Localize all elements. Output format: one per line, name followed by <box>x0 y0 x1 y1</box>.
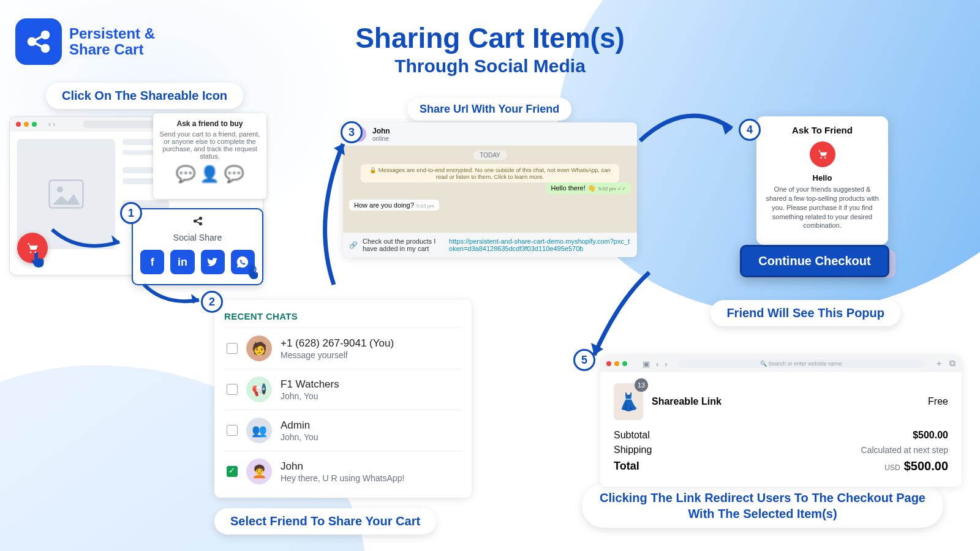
logo-text-1: Persistent & <box>69 26 155 42</box>
svg-line-12 <box>196 219 200 220</box>
popup-title: Ask To Friend <box>765 125 880 135</box>
caption-step-1: Click On The Shareable Icon <box>46 83 243 109</box>
twitter-icon[interactable] <box>201 250 225 274</box>
popup-hello: Hello <box>765 173 880 182</box>
share-icon <box>15 18 62 65</box>
recent-chats-title: RECENT CHATS <box>224 311 462 321</box>
chat-row[interactable]: 🧑 +1 (628) 267-9041 (You)Message yoursel… <box>224 328 462 369</box>
total-label: Total <box>614 460 639 473</box>
group-icon: 👥 <box>246 418 272 443</box>
shipping-label: Shipping <box>614 444 652 455</box>
title-sub: Through Social Media <box>355 56 625 77</box>
tabs-icon[interactable]: ⧉ <box>949 358 956 369</box>
caption-step-3: Share Url With Your Friend <box>407 98 571 121</box>
recent-chats-panel: RECENT CHATS 🧑 +1 (628) 267-9041 (You)Me… <box>214 300 472 498</box>
ask-friend-tooltip: Ask a friend to buy Send your cart to a … <box>153 113 266 199</box>
message-outgoing: Hello there! 👋5:02 pm ✓✓ <box>546 182 631 194</box>
svg-point-6 <box>57 187 63 193</box>
shipping-value: Calculated at next step <box>861 445 948 455</box>
popup-description: One of your friends suggested & shared a… <box>765 185 880 230</box>
product-price: Free <box>928 396 948 407</box>
svg-point-15 <box>820 157 822 159</box>
subtotal-value: $500.00 <box>913 430 948 441</box>
step-badge-2: 2 <box>201 291 223 313</box>
checkout-window: ▣‹› 🔍 Search or enter website name ＋⧉ 13… <box>600 355 962 487</box>
cart-icon <box>810 141 835 167</box>
avatar: 🧑‍🦱 <box>246 459 272 484</box>
new-tab-icon[interactable]: ＋ <box>935 358 943 369</box>
step-badge-1: 1 <box>120 202 142 224</box>
ask-friend-popup: Ask To Friend Hello One of your friends … <box>756 116 888 245</box>
checkbox[interactable] <box>227 384 238 395</box>
checkbox-checked[interactable] <box>227 466 238 477</box>
product-name: Shareable Link <box>652 396 722 407</box>
chat-row[interactable]: 👥 AdminJohn, You <box>224 410 462 451</box>
tooltip-title: Ask a friend to buy <box>159 119 260 128</box>
tooltip-desc: Send your cart to a friend, parent, or a… <box>159 130 260 160</box>
social-share-label: Social Share <box>140 233 255 242</box>
chat-status: online <box>372 135 390 142</box>
svg-line-3 <box>35 36 43 40</box>
product-thumbnail: 13 👗 <box>614 383 643 420</box>
svg-line-4 <box>35 43 43 47</box>
step-badge-4: 4 <box>739 119 761 141</box>
svg-line-13 <box>196 222 200 223</box>
continue-checkout-button[interactable]: Continue Checkout <box>740 245 889 277</box>
app-logo: Persistent & Share Cart <box>15 18 155 65</box>
quantity-badge: 13 <box>635 378 648 392</box>
share-url: https://persistent-and-share-cart-demo.m… <box>449 238 631 252</box>
caption-step-5: Clicking The Link Redirect Users To The … <box>582 484 943 528</box>
chat-date-badge: TODAY <box>473 151 507 160</box>
chat-input[interactable]: 🔗 Check out the products I have added in… <box>343 233 637 257</box>
chat-name: John <box>372 127 390 135</box>
chat-row[interactable]: 📢 F1 WatchersJohn, You <box>224 369 462 410</box>
chat-window: Johnonline TODAY 🔒 Messages are end-to-e… <box>343 122 637 257</box>
title-main: Sharing Cart Item(s) <box>355 21 625 54</box>
total-value: $500.00 <box>904 459 948 473</box>
caption-step-2: Select Friend To Share Your Cart <box>214 508 436 534</box>
arrow-icon <box>309 135 358 288</box>
chat-row[interactable]: 🧑‍🦱 JohnHey there, U R using WhatsApp! <box>224 451 462 492</box>
page-title: Sharing Cart Item(s) Through Social Medi… <box>355 21 625 77</box>
checkbox[interactable] <box>227 425 238 436</box>
message-incoming: How are you doing?5:03 pm <box>349 200 439 211</box>
megaphone-icon: 📢 <box>246 377 272 402</box>
pointer-hand-icon <box>29 251 47 272</box>
arrow-icon <box>141 282 208 312</box>
share-node-icon <box>140 216 255 229</box>
arrow-icon <box>637 104 741 153</box>
back-icon: ‹ <box>656 359 658 369</box>
avatar: 🧑 <box>246 335 272 361</box>
pointer-hand-icon-2 <box>244 264 261 285</box>
linkedin-icon[interactable]: in <box>170 250 194 274</box>
address-bar[interactable]: 🔍 Search or enter website name <box>678 359 924 368</box>
currency: USD <box>884 463 900 472</box>
logo-text-2: Share Cart <box>69 42 155 58</box>
arrow-icon <box>49 227 129 257</box>
encryption-notice: 🔒 Messages are end-to-end encrypted. No … <box>361 164 619 182</box>
checkbox[interactable] <box>227 343 238 354</box>
subtotal-label: Subtotal <box>614 430 650 441</box>
svg-point-16 <box>824 157 826 159</box>
facebook-icon[interactable]: f <box>140 250 164 274</box>
step-badge-5: 5 <box>573 349 595 371</box>
forward-icon: › <box>665 359 667 369</box>
step-badge-3: 3 <box>341 121 363 143</box>
caption-step-4: Friend Will See This Popup <box>710 300 900 326</box>
